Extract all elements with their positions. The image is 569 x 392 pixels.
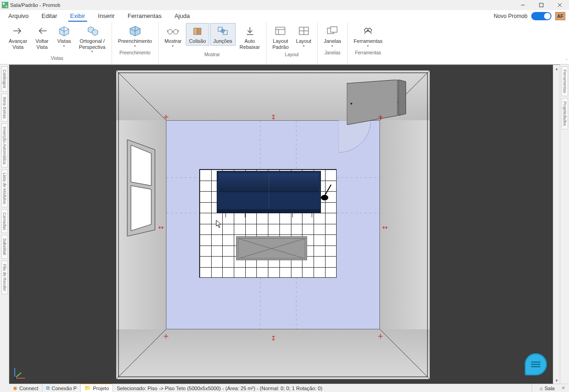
door-swing-icon — [338, 120, 380, 162]
svg-line-34 — [325, 185, 331, 196]
svg-rect-4 — [6, 6, 7, 7]
left-tab-catalogos[interactable]: Catálogos — [1, 66, 8, 92]
room-door[interactable] — [347, 80, 407, 125]
menubar: Arquivo Editar Exibir Inserir Ferramenta… — [0, 10, 569, 22]
cursor-icon — [216, 220, 222, 228]
voltar-vista-button[interactable]: Voltar Vista — [31, 23, 53, 51]
svg-marker-38 — [131, 186, 151, 231]
collision-icon — [190, 24, 205, 37]
novo-promob-label: Novo Promob — [494, 13, 528, 19]
left-tab-substituir[interactable]: Substituir — [1, 235, 8, 259]
svg-line-33 — [238, 239, 305, 258]
svg-rect-12 — [197, 28, 201, 35]
arrow-right-icon — [11, 24, 25, 37]
dimension-marker — [164, 113, 168, 117]
layout-padrao-button[interactable]: Layout Padrão — [269, 23, 292, 51]
menu-editar[interactable]: Editar — [35, 10, 64, 22]
workspace: Catálogos Itens Extras Inserção Automáti… — [0, 64, 569, 384]
dimension-marker — [164, 332, 168, 337]
glasses-icon — [166, 24, 180, 37]
chat-help-button[interactable] — [525, 353, 547, 375]
svg-line-30 — [380, 329, 430, 379]
menu-arquivo[interactable]: Arquivo — [2, 10, 35, 22]
cubes-icon — [85, 24, 100, 37]
bottom-tab-conexao[interactable]: ⧉ Conexão P — [42, 384, 81, 392]
dimension-marker — [383, 223, 387, 228]
sofa[interactable] — [217, 171, 321, 213]
dimension-marker — [378, 332, 383, 337]
room-scene — [116, 70, 430, 379]
coffee-table[interactable] — [236, 236, 307, 260]
user-badge[interactable]: AF — [555, 12, 565, 20]
svg-rect-11 — [194, 28, 197, 35]
svg-rect-6 — [539, 3, 543, 7]
menu-exibir[interactable]: Exibir — [64, 10, 92, 22]
cube-icon — [57, 24, 71, 37]
svg-line-29 — [116, 329, 166, 379]
menu-ajuda[interactable]: Ajuda — [168, 10, 196, 22]
left-rail: Catálogos Itens Extras Inserção Automáti… — [0, 64, 9, 384]
close-tab-icon[interactable]: ✕ — [561, 385, 565, 391]
auto-rebaixar-button[interactable]: Auto Rebaixar — [237, 23, 263, 51]
left-tab-itens-extras[interactable]: Itens Extras — [1, 94, 8, 122]
group-label-mostrar: Mostrar — [204, 51, 220, 58]
right-rail: Ferramentas Propriedades — [560, 64, 569, 384]
rss-icon: ◉ — [13, 385, 18, 391]
svg-rect-1 — [3, 3, 5, 5]
dimension-marker — [159, 223, 163, 228]
ribbon-collapse-icon[interactable]: ˇ — [566, 59, 567, 63]
svg-point-35 — [321, 195, 328, 200]
left-tab-insercao[interactable]: Inserção Automática — [1, 123, 8, 168]
group-label-layout: Layout — [285, 51, 299, 58]
close-button[interactable] — [551, 0, 569, 10]
folder-icon: 📁 — [84, 385, 91, 391]
left-tab-fila-render[interactable]: Fila de Render — [1, 261, 8, 294]
minimize-button[interactable] — [514, 0, 532, 10]
preenchimento-dropdown[interactable]: Preenchimento▾ — [115, 23, 155, 49]
link-icon: ⧉ — [46, 385, 50, 391]
novo-promob-toggle[interactable] — [531, 12, 551, 20]
janelas-dropdown[interactable]: Janelas▾ — [320, 23, 344, 49]
group-label-vistas: Vistas — [51, 55, 63, 62]
bottom-tab-connect[interactable]: ◉ Connect — [9, 384, 42, 392]
dimension-marker — [271, 113, 276, 117]
window-title: Sala/Padrão - Promob — [10, 2, 60, 8]
group-label-janelas: Janelas — [325, 49, 340, 56]
ribbon: Avançar Vista Voltar Vista Vistas▾ Ortog… — [0, 22, 569, 64]
axis-gizmo-icon — [11, 363, 30, 382]
mostrar-dropdown[interactable]: Mostrar▾ — [161, 23, 185, 49]
juncoes-toggle[interactable]: Junções — [210, 23, 236, 46]
maximize-button[interactable] — [532, 0, 551, 10]
svg-marker-39 — [347, 80, 397, 125]
svg-rect-19 — [276, 27, 285, 35]
svg-rect-3 — [3, 6, 5, 7]
svg-point-10 — [173, 29, 178, 34]
svg-rect-26 — [331, 27, 337, 32]
floor-lamp[interactable] — [320, 184, 334, 202]
left-tab-lista-modulos[interactable]: Lista de Módulos — [1, 170, 8, 207]
svg-line-27 — [116, 70, 166, 120]
layout-dropdown[interactable]: Layout▾ — [293, 23, 314, 49]
room-window[interactable] — [124, 140, 158, 236]
viewport-scrollbar[interactable]: ▴▾ — [553, 65, 560, 384]
ortogonal-perspectiva-dropdown[interactable]: Ortogonal / Perspectiva▾ — [76, 23, 108, 55]
windows-icon — [325, 24, 340, 37]
menu-inserir[interactable]: Inserir — [92, 10, 121, 22]
right-tab-propriedades[interactable]: Propriedades — [562, 98, 568, 129]
status-text: Selecionado: Piso -> Piso Teto (5000x5x5… — [113, 384, 532, 392]
right-tab-ferramentas[interactable]: Ferramentas — [562, 66, 568, 96]
vistas-dropdown[interactable]: Vistas▾ — [53, 23, 75, 49]
bottom-tab-projeto[interactable]: 📁 Projeto — [81, 384, 113, 392]
group-label-preenchimento: Preenchimento — [119, 49, 150, 56]
colisao-toggle[interactable]: Colisão — [186, 23, 209, 46]
layout-grid-icon — [296, 24, 311, 37]
ferramentas-ribbon-dropdown[interactable]: Ferramentas▾ — [350, 23, 385, 49]
viewport-3d[interactable]: ▴▾ — [9, 64, 560, 384]
avancar-vista-button[interactable]: Avançar Vista — [6, 23, 30, 51]
tools-icon — [361, 24, 375, 37]
bottom-tab-sala[interactable]: ⌂ Sala — [536, 386, 558, 391]
menu-ferramentas[interactable]: Ferramentas — [121, 10, 168, 22]
left-tab-camadas[interactable]: Camadas — [1, 209, 8, 234]
svg-marker-40 — [398, 80, 406, 116]
svg-point-9 — [168, 29, 172, 34]
